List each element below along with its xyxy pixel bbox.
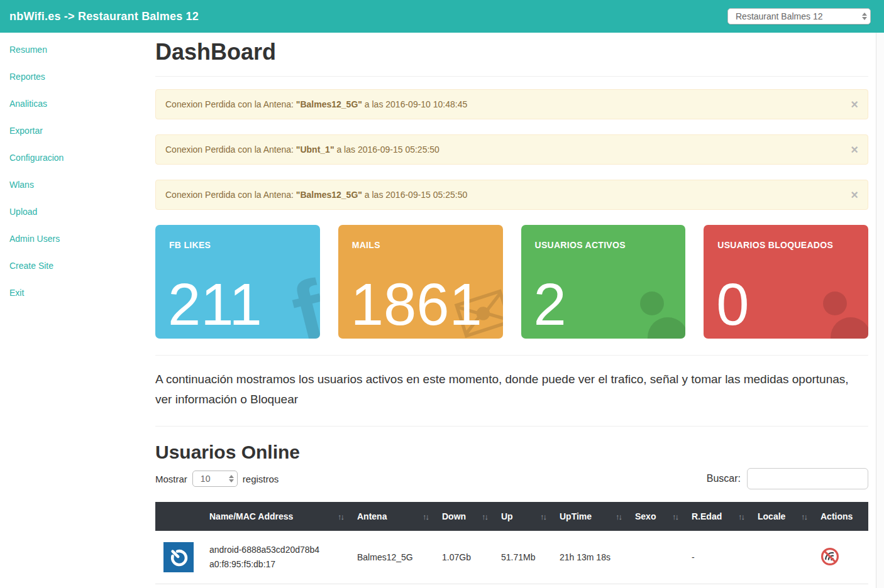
uptime-cell: 0h 01m 05s: [555, 584, 630, 588]
facebook-icon: f: [282, 260, 320, 339]
sidebar-item-admin-users[interactable]: Admin Users: [9, 226, 155, 253]
scrollbar[interactable]: [876, 33, 884, 588]
alert-text: Conexion Perdida con la Antena: "Balmes1…: [165, 190, 467, 200]
main-content: DashBoard Conexion Perdida con la Antena…: [155, 33, 868, 588]
sidebar-item-wlans[interactable]: Wlans: [9, 172, 155, 199]
close-alert-button[interactable]: ×: [851, 145, 858, 154]
page-length-select[interactable]: 10: [192, 471, 238, 487]
sort-icon[interactable]: ↑↓: [672, 512, 682, 521]
column-header-name-mac-address[interactable]: Name/MAC Address↑↓: [204, 502, 352, 531]
stat-card-label: USUARIOS ACTIVOS: [535, 240, 672, 250]
sort-icon[interactable]: ↑↓: [540, 512, 550, 521]
sidebar-item-exit[interactable]: Exit: [9, 280, 155, 307]
column-label: Up: [501, 511, 513, 521]
records-label: registros: [243, 474, 279, 484]
device-mac: a0:f8:95:f5:db:17: [209, 557, 347, 572]
alert-antenna-name: "Balmes12_5G": [296, 190, 362, 200]
stat-card-value: 0: [716, 274, 749, 336]
block-user-button[interactable]: [820, 547, 839, 568]
power-icon: [163, 542, 194, 572]
stat-card-usuarios-activos: USUARIOS ACTIVOS2: [521, 225, 686, 339]
uptime-cell: 21h 13m 18s: [555, 531, 630, 584]
alerts-area: Conexion Perdida con la Antena: "Balmes1…: [155, 89, 868, 210]
column-header-r-edad[interactable]: R.Edad↑↓: [687, 502, 753, 531]
wifi-blocked-icon: [820, 547, 839, 566]
alert-warning: Conexion Perdida con la Antena: "Ubnt_1"…: [155, 134, 868, 165]
column-header-sexo[interactable]: Sexo↑↓: [630, 502, 687, 531]
user-icon-head: [640, 291, 664, 315]
stat-cards: FB LIKESf211MAILS✉1861USUARIOS ACTIVOS2U…: [155, 225, 868, 339]
column-label: Name/MAC Address: [209, 511, 293, 521]
user-icon-torso: [648, 317, 685, 339]
column-header-icon: [155, 502, 204, 531]
alert-warning: Conexion Perdida con la Antena: "Balmes1…: [155, 89, 868, 119]
column-label: R.Edad: [692, 511, 722, 521]
close-alert-button[interactable]: ×: [851, 100, 858, 109]
description-text: A continuación mostramos los usuarios ac…: [155, 369, 868, 410]
app-title: nbWifi.es -> Restaurant Balmes 12: [9, 10, 199, 23]
table-header-row: Name/MAC Address↑↓Antena↑↓Down↑↓Up↑↓UpTi…: [155, 502, 868, 531]
sidebar: ResumenReportesAnaliticasExportarConfigu…: [0, 33, 155, 588]
show-label: Mostrar: [155, 474, 187, 484]
alert-suffix: a las 2016-09-15 05:25:50: [334, 144, 439, 155]
up-cell: 51.71Mb: [496, 531, 555, 584]
column-label: Locale: [758, 511, 785, 521]
up-cell: 752.00b: [496, 584, 555, 588]
stat-card-label: FB LIKES: [169, 240, 306, 250]
alert-prefix: Conexion Perdida con la Antena:: [165, 190, 296, 200]
user-icon-head: [823, 291, 847, 315]
sidebar-item-analiticas[interactable]: Analiticas: [9, 90, 155, 117]
sidebar-item-resumen[interactable]: Resumen: [9, 36, 155, 63]
antena-cell: Balmes12_5G: [352, 531, 437, 584]
sort-icon[interactable]: ↑↓: [738, 512, 748, 521]
down-cell: 1.07Gb: [437, 531, 496, 584]
select-arrows-icon: [862, 13, 867, 20]
antena-cell: Balmes12_5G: [352, 584, 437, 588]
sort-icon[interactable]: ↑↓: [801, 512, 810, 521]
search-control: Buscar:: [707, 468, 868, 489]
sort-icon[interactable]: ↑↓: [616, 512, 625, 521]
sidebar-item-configuracion[interactable]: Configuracion: [9, 144, 155, 172]
column-header-down[interactable]: Down↑↓: [437, 502, 496, 531]
sidebar-item-upload[interactable]: Upload: [9, 199, 155, 226]
sidebar-item-create-site[interactable]: Create Site: [9, 253, 155, 280]
sidebar-item-exportar[interactable]: Exportar: [9, 117, 155, 144]
column-label: UpTime: [560, 511, 592, 521]
alert-suffix: a las 2016-09-10 10:48:45: [362, 99, 467, 109]
sort-icon[interactable]: ↑↓: [338, 512, 347, 521]
column-header-actions: Actions: [815, 502, 868, 531]
sexo-cell: [630, 584, 687, 588]
down-cell: 0.00b: [437, 584, 496, 588]
power-glyph: [163, 542, 194, 572]
table-row: android-6888a53cd20d78b4a0:f8:95:f5:db:1…: [155, 531, 868, 584]
column-header-antena[interactable]: Antena↑↓: [352, 502, 437, 531]
page-title: DashBoard: [155, 39, 868, 77]
stat-card-mails: MAILS✉1861: [338, 225, 503, 339]
alert-antenna-name: "Balmes12_5G": [296, 99, 362, 109]
name-mac-cell: android-2dd9c21dda899d067c:f9:3c:3e:fc:e…: [204, 584, 352, 588]
sort-icon[interactable]: ↑↓: [423, 512, 432, 521]
close-alert-button[interactable]: ×: [851, 190, 858, 199]
table-row: android-2dd9c21dda899d067c:f9:3c:3e:fc:e…: [155, 584, 868, 588]
column-label: Down: [442, 511, 466, 521]
sort-icon[interactable]: ↑↓: [482, 512, 491, 521]
column-header-uptime[interactable]: UpTime↑↓: [555, 502, 630, 531]
stat-card-usuarios-bloqueados: USUARIOS BLOQUEADOS0: [704, 225, 868, 339]
sidebar-item-reportes[interactable]: Reportes: [9, 63, 155, 90]
column-header-locale[interactable]: Locale↑↓: [753, 502, 815, 531]
stat-card-value: 1861: [351, 274, 482, 336]
column-label: Antena: [357, 511, 387, 521]
site-selector[interactable]: Restaurant Balmes 12: [727, 8, 871, 24]
select-arrows-icon: [229, 475, 234, 482]
stat-card-value: 211: [168, 274, 262, 336]
sexo-cell: [630, 531, 687, 584]
actions-cell: [815, 531, 868, 584]
alert-text: Conexion Perdida con la Antena: "Balmes1…: [165, 99, 467, 109]
alert-prefix: Conexion Perdida con la Antena:: [165, 144, 296, 155]
page-length-control: Mostrar 10 registros: [155, 471, 279, 487]
device-icon-cell: [155, 584, 204, 588]
column-header-up[interactable]: Up↑↓: [496, 502, 555, 531]
alert-text: Conexion Perdida con la Antena: "Ubnt_1"…: [165, 144, 439, 155]
stat-card-value: 2: [534, 274, 566, 336]
search-input[interactable]: [747, 468, 868, 489]
